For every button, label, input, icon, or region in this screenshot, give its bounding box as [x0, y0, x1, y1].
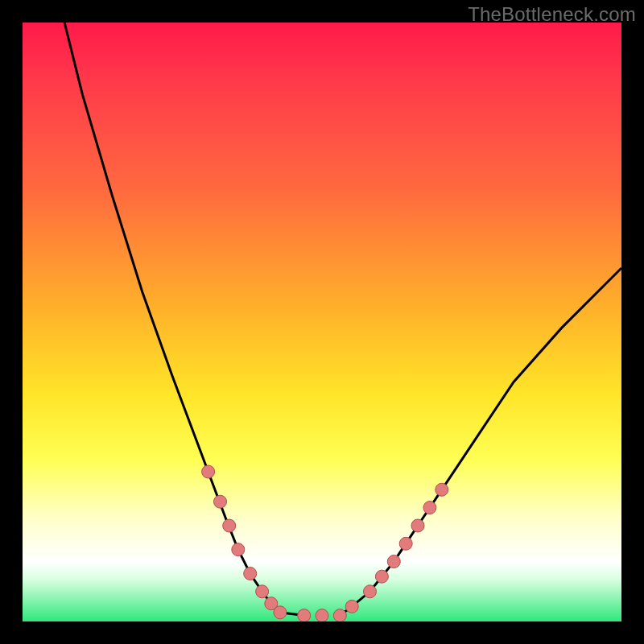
marker-point [244, 568, 257, 580]
marker-point [274, 606, 287, 619]
watermark-text: TheBottleneck.com [468, 3, 636, 26]
marker-point [387, 555, 400, 568]
marker-point [375, 570, 388, 583]
outer-frame: TheBottleneck.com [0, 0, 644, 644]
marker-point [298, 609, 311, 621]
marker-point [316, 609, 328, 621]
curve-left [64, 23, 304, 616]
curve-right [340, 268, 621, 616]
marker-group [202, 465, 448, 621]
marker-point [345, 600, 358, 613]
marker-point [333, 609, 346, 621]
marker-point [256, 585, 269, 598]
marker-point [202, 465, 215, 478]
marker-point [223, 519, 236, 532]
marker-point [232, 543, 245, 556]
marker-point [399, 537, 412, 550]
plot-area [23, 23, 621, 621]
marker-point [423, 502, 436, 514]
marker-point [214, 495, 227, 508]
marker-point [411, 519, 424, 532]
marker-point [364, 585, 377, 598]
chart-svg [23, 23, 621, 621]
marker-point [436, 483, 448, 496]
curve-group [64, 23, 621, 616]
